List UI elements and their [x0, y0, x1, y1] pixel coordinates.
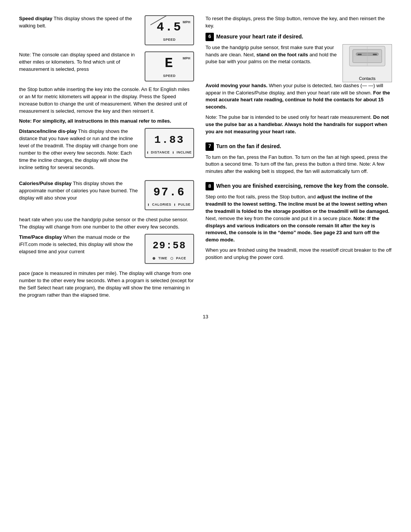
time-dot	[153, 257, 155, 260]
contacts-svg	[343, 45, 392, 74]
step8-heading-text: When you are finished exercising, remove…	[216, 182, 389, 190]
right-column: To reset the displays, press the Stop bu…	[206, 15, 392, 302]
step8-para3: When you are finished using the treadmil…	[206, 247, 392, 261]
e-label-text: SPEED	[163, 73, 175, 78]
step7-text: To turn on the fan, press the Fan button…	[206, 154, 392, 176]
calories-heading: Calories/Pulse	[19, 181, 53, 186]
time-label: TIME PACE	[149, 256, 190, 261]
calories-label: CALORIES PULSE	[149, 202, 190, 207]
step8-para1: Step onto the foot rails, press the Stop…	[206, 193, 392, 244]
speed-label: SPEED	[149, 37, 190, 42]
step7-heading-text: Turn on the fan if desired.	[216, 142, 281, 150]
incline-label-text: INCLINE	[177, 150, 192, 155]
step6-content: To use the handgrip pulse sensor, first …	[206, 44, 392, 82]
incline-dot	[173, 151, 174, 154]
distance-text: Distance/Incline dis-play This display s…	[19, 128, 139, 174]
pulse-dot	[174, 203, 175, 206]
time-digits: 29:58	[149, 238, 190, 254]
left-column: Speed display This display shows the spe…	[19, 15, 194, 302]
calories-section: Calories/Pulse display This display show…	[19, 180, 194, 210]
step7-section: 7 Turn on the fan if desired. To turn on…	[206, 142, 392, 176]
speed-display-section: Speed display This display shows the spe…	[19, 15, 194, 45]
pulse-bar-note: Note: The pulse bar is intended to be us…	[206, 114, 392, 136]
calories-subheading: display	[54, 181, 72, 186]
reset-text: To reset the displays, press the Stop bu…	[206, 15, 392, 30]
step8-heading: 8 When you are finished exercising, remo…	[206, 182, 392, 190]
step6-text-block: To use the handgrip pulse sensor, first …	[206, 44, 337, 69]
distance-label: DISTANCE INCLINE	[149, 150, 190, 155]
time-section: Time/Pace display When the manual mode o…	[19, 234, 194, 264]
step6-section: 6 Measure your heart rate if desired. To…	[206, 33, 392, 136]
svg-rect-3	[358, 54, 362, 55]
note-text: Note: The console can display speed and …	[19, 51, 139, 76]
distance-label-text: DISTANCE	[151, 150, 170, 155]
calories-text2: heart rate when you use the handgrip pul…	[19, 216, 194, 231]
e-unit: MPH	[183, 56, 190, 61]
time-text: Time/Pace display When the manual mode o…	[19, 234, 139, 259]
distance-heading: Distance/Incline dis-play	[19, 128, 77, 134]
time-label-text: TIME	[158, 256, 167, 261]
distance-description: This display shows the distance that you…	[19, 128, 138, 170]
distance-dot	[147, 151, 148, 154]
speed-unit: MPH	[183, 20, 190, 25]
speed-display-heading: Speed display	[19, 16, 52, 21]
pulse-bar-note-prefix: Note: The pulse bar is intended to be us…	[206, 114, 372, 120]
step6-para1: To use the handgrip pulse sensor, first …	[206, 44, 337, 66]
step6-bold1: stand on the foot rails	[256, 52, 308, 58]
calories-dot	[148, 203, 149, 206]
page-number: 13	[19, 313, 392, 321]
step6-heading: 6 Measure your heart rate if desired.	[206, 33, 392, 41]
distance-display-panel: 1.83 DISTANCE INCLINE	[145, 128, 194, 158]
step8-section: 8 When you are finished exercising, remo…	[206, 182, 392, 261]
pace-label-text: PACE	[176, 256, 186, 261]
calories-display-panel: 97.6 CALORIES PULSE	[145, 180, 194, 210]
distance-section: Distance/Incline dis-play This display s…	[19, 128, 194, 174]
e-label: SPEED	[149, 73, 190, 78]
pulse-label-text: PULSE	[178, 202, 191, 207]
note-e-section: Note: The console can display speed and …	[19, 51, 194, 81]
step8-para1-text: Step onto the foot rails, press the Stop…	[206, 194, 316, 200]
note-bold: Note: For simplicity, all instructions i…	[19, 118, 171, 124]
step8-number: 8	[206, 182, 214, 190]
svg-rect-4	[373, 54, 377, 55]
step6-number: 6	[206, 33, 214, 41]
e-display-panel: MPH E SPEED	[145, 51, 194, 81]
contacts-image: Contacts	[342, 44, 392, 82]
calories-label-text: CALORIES	[152, 202, 171, 207]
pace-dot	[170, 257, 173, 260]
calories-text: Calories/Pulse display This display show…	[19, 180, 139, 205]
step6-bold2: Avoid moving your hands.	[206, 83, 268, 88]
time-text2: pace (pace is measured in minutes per mi…	[19, 270, 194, 299]
calories-digits: 97.6	[149, 184, 190, 201]
note-para2: the Stop button while inserting the key …	[19, 86, 194, 115]
step7-number: 7	[206, 142, 214, 151]
speed-display-text: Speed display This display shows the spe…	[19, 15, 139, 30]
speed-label-text: SPEED	[163, 37, 175, 42]
step8-para2: Next, remove the key from the console an…	[206, 216, 352, 221]
time-heading: Time/Pace display	[19, 234, 62, 240]
step6-para3: Avoid moving your hands. When your pulse…	[206, 82, 392, 111]
time-display-panel: 29:58 TIME PACE	[145, 234, 194, 264]
speed-display-panel: MPH 4.5 SPEED	[145, 15, 194, 45]
note-para1: Note: The console can display speed and …	[19, 51, 139, 73]
contacts-label: Contacts	[359, 76, 375, 82]
distance-digits: 1.83	[149, 132, 190, 149]
step7-heading: 7 Turn on the fan if desired.	[206, 142, 392, 151]
step6-heading-text: Measure your heart rate if desired.	[216, 33, 303, 40]
